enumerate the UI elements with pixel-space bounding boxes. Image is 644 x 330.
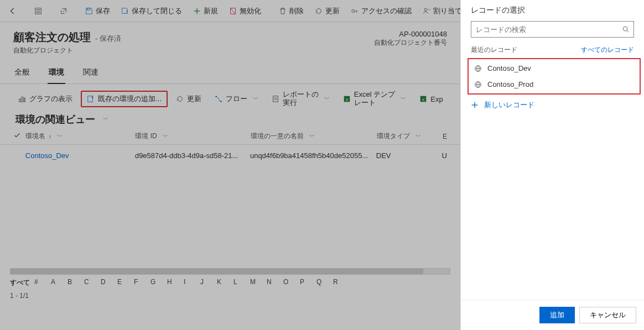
show-chart-button[interactable]: グラフの表示 [13,91,77,107]
save-icon [85,7,93,15]
check-access-button[interactable]: アクセスの確認 [346,2,416,20]
open-new-window-button[interactable] [55,2,72,20]
column-header-env-type[interactable]: 環境タイプ ﹀ [377,132,443,141]
alpha-index-letter[interactable]: C [84,278,101,287]
alpha-index-bar: すべて#ABCDEFGHIJKLMNOPQR [0,275,460,289]
svg-point-17 [215,96,217,97]
all-records-link[interactable]: すべてのレコード [581,45,634,55]
record-item[interactable]: Contoso_Prod [469,76,640,92]
alpha-index-letter[interactable]: B [67,278,84,287]
alpha-index-letter[interactable]: K [217,278,233,287]
alpha-index-letter[interactable]: J [200,278,217,287]
excel-label-2: レート [354,99,395,107]
alpha-index-letter[interactable]: E [117,278,134,287]
svg-text:X: X [345,97,349,102]
select-all-checkbox[interactable] [13,132,25,141]
tab-general[interactable]: 全般 [13,64,31,83]
save-label: 保存 [96,6,110,16]
command-bar: 保存 保存して閉じる 新規 無効化 削除 更新 アクセスの確認 割り [0,0,460,22]
scrollbar-thumb[interactable] [11,269,423,274]
excel-label-1: Excel テンプ [354,91,395,99]
new-button[interactable]: 新規 [189,2,222,20]
list-button[interactable] [30,2,46,20]
column-header-env-id[interactable]: 環境 ID ﹀ [135,132,250,141]
table-row[interactable]: Contoso_Dev d9e587d4-ddb3-4d9a-sd58-21..… [0,145,460,166]
tab-related[interactable]: 関連 [82,64,100,83]
alpha-index-letter[interactable]: D [101,278,117,287]
subgrid-refresh-button[interactable]: 更新 [171,91,206,107]
alpha-index-letter[interactable]: A [51,278,67,287]
flow-button[interactable]: フロー ﹀ [210,91,263,107]
deactivate-button[interactable]: 無効化 [225,2,266,20]
alpha-index-letter[interactable]: I [184,278,200,287]
refresh-icon [176,95,184,103]
refresh-button[interactable]: 更新 [310,2,344,20]
lookup-panel: レコードの選択 最近のレコード すべてのレコード Contoso_Dev Con… [460,0,644,330]
alpha-index-letter[interactable]: すべて [10,278,34,287]
column-header-extra[interactable]: E [443,133,447,140]
refresh-icon [315,7,323,15]
cancel-button[interactable]: キャンセル [579,307,636,323]
assign-icon [423,7,430,15]
alpha-index-letter[interactable]: N [267,278,283,287]
chevron-down-icon: ﹀ [57,133,63,140]
alpha-index-letter[interactable]: M [250,278,267,287]
trash-icon [279,7,287,15]
alpha-index-letter[interactable]: P [300,278,316,287]
new-record-button[interactable]: 新しいレコード [461,95,644,116]
save-button[interactable]: 保存 [81,2,115,20]
search-input[interactable] [471,21,634,38]
svg-line-27 [627,30,629,32]
report-icon [272,95,279,103]
back-button[interactable] [4,2,21,20]
add-existing-label: 既存の環境の追加... [98,94,162,104]
alpha-index-letter[interactable]: G [150,278,167,287]
tab-environment[interactable]: 環境 [48,64,65,84]
excel-templates-button[interactable]: X Excel テンプ レート ﹀ [338,91,411,107]
alpha-index-letter[interactable]: H [167,278,184,287]
svg-point-12 [424,8,427,11]
svg-rect-13 [19,99,21,102]
alpha-index-letter[interactable]: L [233,278,250,287]
search-icon[interactable] [622,25,630,33]
alpha-index-letter[interactable]: O [283,278,300,287]
svg-text:X: X [422,97,425,102]
column-header-unique-name[interactable]: 環境の一意の名前 ﹀ [251,132,377,141]
run-report-button[interactable]: レポートの 実行 ﹀ [267,91,335,107]
refresh-label: 更新 [325,6,340,16]
alpha-index-letter[interactable]: Q [316,278,333,287]
alpha-index-letter[interactable]: F [134,278,150,287]
plus-icon [193,7,201,15]
export-excel-button[interactable]: X Exp [414,91,448,107]
globe-icon [474,81,482,88]
alpha-index-letter[interactable]: R [333,278,350,287]
horizontal-scrollbar[interactable] [10,268,450,275]
svg-point-26 [623,27,627,31]
view-title: 環境の関連ビュー [15,113,95,126]
chevron-down-icon: ﹀ [401,96,406,102]
pager-info: 1 - 1/1 [0,292,460,300]
record-id: AP-000001048 [374,30,447,38]
svg-rect-4 [87,8,90,10]
view-selector[interactable]: 環境の関連ビュー ﹀ [0,108,460,128]
panel-search [471,21,634,38]
add-existing-environment-button[interactable]: 既存の環境の追加... [81,91,168,107]
cell-unique-name: unqd4f6b9ba41458fh5b40de52055... [250,151,368,160]
excel-icon: X [343,95,351,103]
assign-button[interactable]: 割り当て [418,2,466,20]
cell-name[interactable]: Contoso_Dev [25,151,69,160]
column-header-name[interactable]: 環境名 ↑ ﹀ [25,132,135,141]
cell-env-id: d9e587d4-ddb3-4d9a-sd58-21... [135,151,238,160]
delete-button[interactable]: 削除 [274,2,308,20]
chevron-down-icon: ﹀ [416,133,421,140]
recent-records-label: 最近のレコード [471,45,517,55]
save-close-button[interactable]: 保存して閉じる [117,2,186,20]
grid-header: 環境名 ↑ ﹀ 環境 ID ﹀ 環境の一意の名前 ﹀ 環境タイプ ﹀ E [0,128,460,145]
record-item[interactable]: Contoso_Dev [469,60,640,76]
add-button[interactable]: 追加 [539,307,575,323]
show-chart-label: グラフの表示 [29,94,72,104]
alpha-index-letter[interactable]: # [34,278,51,287]
svg-point-18 [220,101,222,102]
panel-footer: 追加 キャンセル [461,300,644,330]
svg-rect-19 [273,96,278,102]
